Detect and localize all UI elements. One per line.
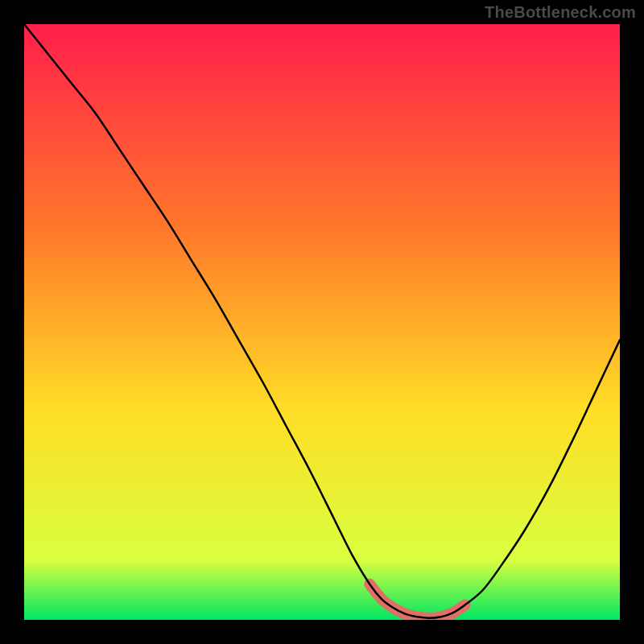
chart-container: TheBottleneck.com <box>0 0 644 644</box>
plot-area <box>24 24 620 620</box>
attribution-text: TheBottleneck.com <box>485 3 636 22</box>
gradient-background <box>24 24 620 620</box>
chart-svg <box>24 24 620 620</box>
